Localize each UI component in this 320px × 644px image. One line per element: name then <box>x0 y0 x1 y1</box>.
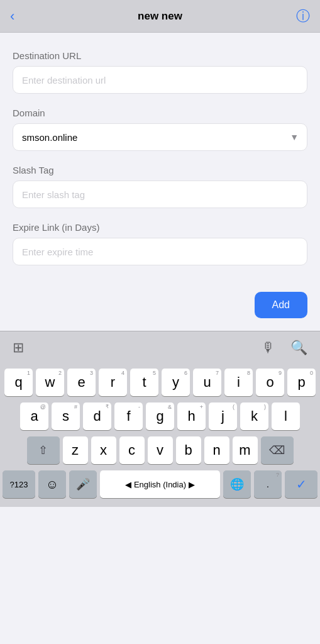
keyboard-row-2: @a #s ₹d -f &g +h (j )k l <box>3 402 317 430</box>
key-x[interactable]: x <box>91 436 116 464</box>
key-j[interactable]: (j <box>209 402 237 430</box>
info-button[interactable]: ⓘ <box>290 7 310 26</box>
keyboard-row-3: ⇧ z x c v b n m ⌫ <box>3 436 317 464</box>
key-q[interactable]: 1q <box>4 369 33 396</box>
key-e[interactable]: 3e <box>67 369 96 396</box>
key-d[interactable]: ₹d <box>83 402 111 430</box>
key-delete[interactable]: ⌫ <box>261 436 294 464</box>
domain-select-wrapper: smson.online ▼ <box>13 123 307 151</box>
key-b[interactable]: b <box>176 436 201 464</box>
key-r[interactable]: 4r <box>99 369 127 396</box>
domain-select[interactable]: smson.online <box>13 123 307 151</box>
destination-url-label: Destination URL <box>13 50 307 61</box>
key-m[interactable]: m <box>233 436 258 464</box>
key-c[interactable]: c <box>119 436 145 464</box>
key-a[interactable]: @a <box>20 402 48 430</box>
key-w[interactable]: 2w <box>36 369 64 396</box>
expire-link-field: Expire Link (in Days) <box>13 222 307 279</box>
key-globe[interactable]: 🌐 <box>223 470 251 498</box>
key-done[interactable]: ✓ <box>285 470 317 498</box>
key-shift[interactable]: ⇧ <box>27 436 60 464</box>
key-z[interactable]: z <box>63 436 88 464</box>
key-s[interactable]: #s <box>52 402 80 430</box>
key-t[interactable]: 5t <box>130 369 158 396</box>
grid-icon[interactable]: ⊞ <box>13 340 24 356</box>
microphone-icon[interactable]: 🎙 <box>262 340 275 356</box>
key-emoji[interactable]: ☺ <box>38 470 66 498</box>
key-mic[interactable]: 🎤 <box>69 470 97 498</box>
key-v[interactable]: v <box>148 436 173 464</box>
domain-field: Domain smson.online ▼ <box>13 108 307 151</box>
destination-url-input[interactable] <box>13 66 307 94</box>
key-f[interactable]: -f <box>114 402 143 430</box>
destination-url-field: Destination URL <box>13 50 307 108</box>
expire-link-label: Expire Link (in Days) <box>13 222 307 233</box>
keyboard-row-1: 1q 2w 3e 4r 5t 6y 7u 8i 9o 0p <box>3 369 317 396</box>
key-i[interactable]: 8i <box>224 369 253 396</box>
key-h[interactable]: +h <box>177 402 206 430</box>
header: ‹ new new ⓘ <box>0 0 320 33</box>
search-icon[interactable]: 🔍 <box>290 340 307 356</box>
form-area: Destination URL Domain smson.online ▼ Sl… <box>0 33 320 331</box>
slash-tag-input[interactable] <box>13 180 307 208</box>
key-numbers[interactable]: ?123 <box>3 470 35 498</box>
key-u[interactable]: 7u <box>193 369 221 396</box>
domain-label: Domain <box>13 108 307 118</box>
key-y[interactable]: 6y <box>162 369 190 396</box>
key-n[interactable]: n <box>204 436 229 464</box>
keyboard-row-bottom: ?123 ☺ 🎤 ◀ English (India) ▶ 🌐 ? . ✓ <box>3 470 317 498</box>
key-p[interactable]: 0p <box>287 369 316 396</box>
page-title: new new <box>138 10 182 23</box>
key-l[interactable]: l <box>272 402 300 430</box>
key-period[interactable]: ? . <box>254 470 282 498</box>
key-o[interactable]: 9o <box>256 369 284 396</box>
slash-tag-label: Slash Tag <box>13 165 307 175</box>
button-row: Add <box>13 292 307 318</box>
key-k[interactable]: )k <box>240 402 268 430</box>
back-button[interactable]: ‹ <box>10 8 30 25</box>
expire-link-input[interactable] <box>13 238 307 265</box>
keyboard-toolbar: ⊞ 🎙 🔍 <box>0 331 320 364</box>
key-space[interactable]: ◀ English (India) ▶ <box>100 470 220 498</box>
add-button[interactable]: Add <box>255 292 307 318</box>
slash-tag-field: Slash Tag <box>13 165 307 222</box>
keyboard: 1q 2w 3e 4r 5t 6y 7u 8i 9o 0p @a #s ₹d -… <box>0 364 320 507</box>
key-g[interactable]: &g <box>146 402 174 430</box>
